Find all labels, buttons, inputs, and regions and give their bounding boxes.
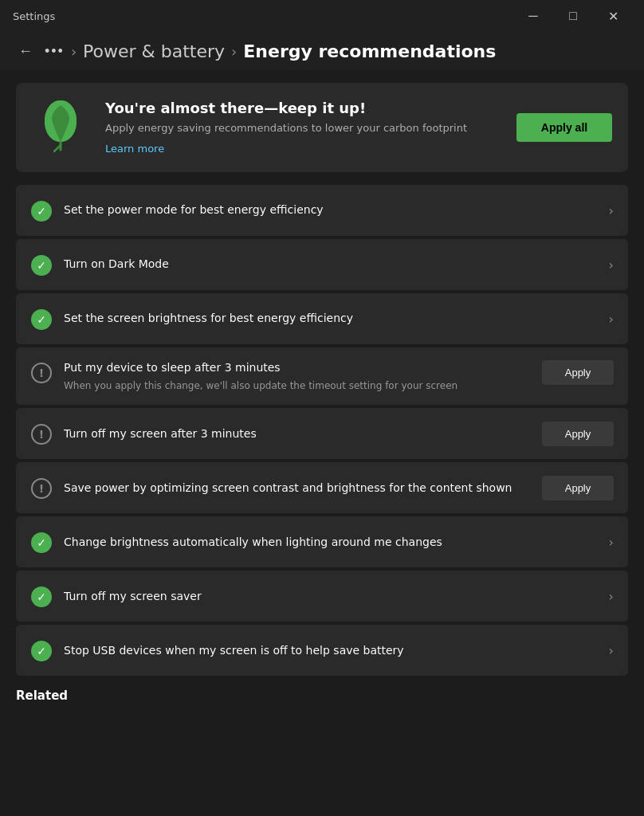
rec-content-contrast: Save power by optimizing screen contrast… bbox=[64, 481, 531, 496]
rec-action-brightness: › bbox=[609, 312, 614, 327]
rec-subtitle-sleep: When you apply this change, we'll also u… bbox=[64, 379, 531, 393]
rec-content-power-mode: Set the power mode for best energy effic… bbox=[64, 202, 598, 218]
close-button[interactable]: ✕ bbox=[595, 3, 631, 29]
related-label: Related bbox=[16, 676, 628, 709]
rec-item-brightness: Set the screen brightness for best energ… bbox=[16, 293, 628, 344]
leaf-icon bbox=[32, 99, 89, 156]
rec-content-auto-brightness: Change brightness automatically when lig… bbox=[64, 535, 598, 551]
warning-icon-sleep: ! bbox=[30, 362, 53, 384]
apply-all-button[interactable]: Apply all bbox=[516, 113, 612, 142]
breadcrumb: Power & battery › Energy recommendations bbox=[83, 41, 631, 61]
rec-title-screensaver: Turn off my screen saver bbox=[64, 589, 598, 605]
rec-content-brightness: Set the screen brightness for best energ… bbox=[64, 311, 598, 327]
hero-description: Apply energy saving recommendations to l… bbox=[105, 121, 501, 135]
rec-title-sleep: Put my device to sleep after 3 minutes bbox=[64, 360, 531, 376]
maximize-button[interactable]: □ bbox=[555, 3, 591, 29]
rec-content-usb: Stop USB devices when my screen is off t… bbox=[64, 643, 598, 659]
check-icon-screensaver bbox=[30, 586, 53, 608]
recommendations-list: Set the power mode for best energy effic… bbox=[16, 185, 628, 676]
rec-title-dark-mode: Turn on Dark Mode bbox=[64, 257, 598, 273]
rec-item-dark-mode: Turn on Dark Mode› bbox=[16, 239, 628, 290]
rec-item-screensaver: Turn off my screen saver› bbox=[16, 571, 628, 622]
rec-title-usb: Stop USB devices when my screen is off t… bbox=[64, 643, 598, 659]
titlebar: Settings ─ □ ✕ bbox=[0, 0, 644, 32]
chevron-icon-usb[interactable]: › bbox=[609, 643, 614, 658]
rec-title-brightness: Set the screen brightness for best energ… bbox=[64, 311, 598, 327]
breadcrumb-power-battery[interactable]: Power & battery bbox=[83, 41, 225, 61]
rec-action-auto-brightness: › bbox=[609, 535, 614, 550]
back-button[interactable]: ← bbox=[13, 38, 38, 64]
rec-content-screensaver: Turn off my screen saver bbox=[64, 589, 598, 605]
apply-button-contrast[interactable]: Apply bbox=[542, 476, 614, 500]
rec-item-power-mode: Set the power mode for best energy effic… bbox=[16, 185, 628, 236]
rec-action-power-mode: › bbox=[609, 203, 614, 218]
breadcrumb-sep-1: › bbox=[71, 43, 77, 60]
main-content: You're almost there—keep it up! Apply en… bbox=[0, 70, 644, 816]
rec-title-auto-brightness: Change brightness automatically when lig… bbox=[64, 535, 598, 551]
rec-action-screen-off: Apply bbox=[542, 422, 614, 446]
rec-action-dark-mode: › bbox=[609, 257, 614, 273]
rec-content-sleep: Put my device to sleep after 3 minutesWh… bbox=[64, 360, 531, 392]
warning-icon-screen-off: ! bbox=[30, 423, 53, 445]
rec-item-auto-brightness: Change brightness automatically when lig… bbox=[16, 516, 628, 567]
rec-content-screen-off: Turn off my screen after 3 minutes bbox=[64, 426, 531, 442]
rec-action-contrast: Apply bbox=[542, 476, 614, 500]
rec-action-usb: › bbox=[609, 643, 614, 658]
check-icon-dark-mode bbox=[30, 254, 53, 277]
window-controls: ─ □ ✕ bbox=[515, 3, 631, 29]
warning-icon-contrast: ! bbox=[30, 477, 53, 500]
check-icon-brightness bbox=[30, 308, 53, 331]
hero-section: You're almost there—keep it up! Apply en… bbox=[16, 83, 628, 172]
rec-item-usb: Stop USB devices when my screen is off t… bbox=[16, 625, 628, 676]
apply-button-sleep[interactable]: Apply bbox=[542, 360, 614, 385]
rec-title-power-mode: Set the power mode for best energy effic… bbox=[64, 202, 598, 218]
titlebar-left: Settings bbox=[13, 10, 55, 22]
chevron-icon-brightness[interactable]: › bbox=[609, 312, 614, 327]
minimize-button[interactable]: ─ bbox=[515, 3, 552, 29]
check-icon-power-mode bbox=[30, 200, 53, 222]
breadcrumb-energy-recs: Energy recommendations bbox=[243, 41, 496, 61]
chevron-icon-auto-brightness[interactable]: › bbox=[609, 535, 614, 550]
chevron-icon-power-mode[interactable]: › bbox=[609, 203, 614, 218]
breadcrumb-sep-2: › bbox=[231, 43, 237, 60]
hero-title: You're almost there—keep it up! bbox=[105, 100, 501, 116]
rec-title-contrast: Save power by optimizing screen contrast… bbox=[64, 481, 531, 496]
rec-item-sleep: !Put my device to sleep after 3 minutesW… bbox=[16, 347, 628, 405]
rec-content-dark-mode: Turn on Dark Mode bbox=[64, 257, 598, 273]
chevron-icon-dark-mode[interactable]: › bbox=[609, 257, 614, 273]
rec-item-contrast: !Save power by optimizing screen contras… bbox=[16, 462, 628, 513]
rec-title-screen-off: Turn off my screen after 3 minutes bbox=[64, 426, 531, 442]
rec-item-screen-off: !Turn off my screen after 3 minutesApply bbox=[16, 408, 628, 459]
rec-action-sleep: Apply bbox=[542, 360, 614, 385]
rec-action-screensaver: › bbox=[609, 589, 614, 604]
learn-more-link[interactable]: Learn more bbox=[105, 143, 164, 155]
navigation-bar: ← ••• › Power & battery › Energy recomme… bbox=[0, 32, 644, 70]
apply-button-screen-off[interactable]: Apply bbox=[542, 422, 614, 446]
check-icon-auto-brightness bbox=[30, 532, 53, 554]
app-title: Settings bbox=[13, 10, 55, 22]
hero-text: You're almost there—keep it up! Apply en… bbox=[105, 100, 501, 155]
more-options-button[interactable]: ••• bbox=[45, 43, 65, 60]
check-icon-usb bbox=[30, 640, 53, 662]
chevron-icon-screensaver[interactable]: › bbox=[609, 589, 614, 604]
